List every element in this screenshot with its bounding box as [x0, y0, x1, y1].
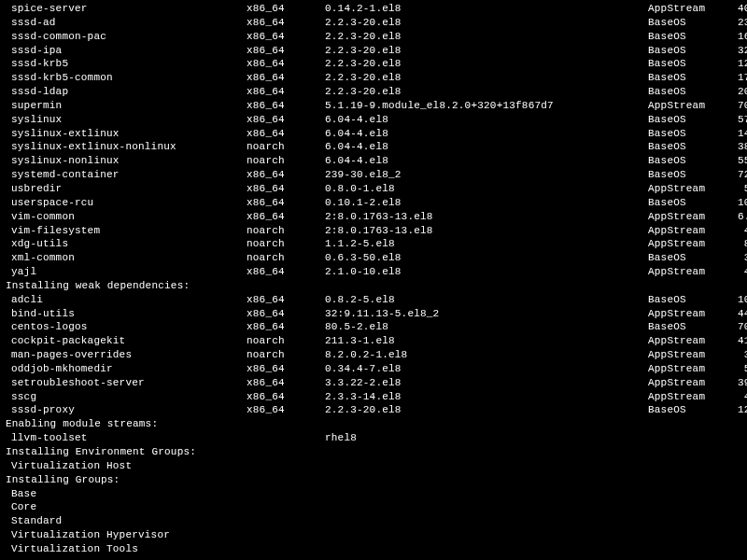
- package-arch: x86_64: [247, 265, 325, 279]
- package-repo: BaseOS: [648, 113, 723, 127]
- package-name: centos-logos: [6, 320, 247, 334]
- package-version: 0.14.2-1.el8: [325, 2, 648, 16]
- package-arch: x86_64: [247, 30, 325, 44]
- package-arch: x86_64: [247, 168, 325, 182]
- package-version: 2.2.3-20.el8: [325, 44, 648, 58]
- package-size: 129 k: [723, 57, 747, 71]
- package-version: 32:9.11.13-5.el8_2: [325, 307, 648, 321]
- package-version: 6.04-4.el8: [325, 154, 648, 168]
- package-size: 405 k: [723, 2, 747, 16]
- package-name: vim-filesystem: [6, 224, 247, 238]
- package-row: spice-serverx86_640.14.2-1.el8AppStream4…: [6, 2, 741, 16]
- package-repo: BaseOS: [648, 154, 723, 168]
- package-repo: BaseOS: [648, 57, 723, 71]
- package-name: systemd-container: [6, 168, 247, 182]
- package-row: xdg-utilsnoarch1.1.2-5.el8AppStream84 k: [6, 237, 741, 251]
- package-arch: noarch: [247, 237, 325, 251]
- package-size: 50 k: [723, 182, 747, 196]
- package-repo: AppStream: [648, 237, 723, 251]
- package-size: 39 k: [723, 251, 747, 265]
- blank-line: [6, 556, 741, 560]
- package-size: 41 k: [723, 265, 747, 279]
- section-weak-deps: Installing weak dependencies:: [6, 279, 741, 293]
- package-row: sssd-adx86_642.2.3-20.el8BaseOS235 k: [6, 16, 741, 30]
- package-arch: noarch: [247, 224, 325, 238]
- package-row: sscgx86_642.3.3-14.el8AppStream49 k: [6, 390, 741, 404]
- package-row: man-pages-overridesnoarch8.2.0.2-1.el8Ap…: [6, 348, 741, 362]
- package-size: 48 k: [723, 224, 747, 238]
- package-version: 239-30.el8_2: [325, 168, 648, 182]
- package-arch: x86_64: [247, 71, 325, 85]
- package-row: sssd-proxyx86_642.2.3-20.el8BaseOS129 k: [6, 403, 741, 417]
- package-name: userspace-rcu: [6, 196, 247, 210]
- group-item: Core: [6, 500, 741, 514]
- package-name: syslinux-nonlinux: [6, 154, 247, 168]
- package-repo: AppStream: [648, 2, 723, 16]
- section-module-streams: Enabling module streams:: [6, 417, 741, 431]
- package-size: 129 k: [723, 403, 747, 417]
- package-row: systemd-containerx86_64239-30.el8_2BaseO…: [6, 168, 741, 182]
- package-size: 84 k: [723, 237, 747, 251]
- package-repo: AppStream: [648, 182, 723, 196]
- package-repo: BaseOS: [648, 168, 723, 182]
- package-version: 3.3.22-2.el8: [325, 376, 648, 390]
- package-size: 52 k: [723, 362, 747, 376]
- package-arch: noarch: [247, 334, 325, 348]
- package-name: spice-server: [6, 2, 247, 16]
- package-size: 709 k: [723, 99, 747, 113]
- package-row: syslinuxx86_646.04-4.el8BaseOS579 k: [6, 113, 741, 127]
- package-row: vim-filesystemnoarch2:8.0.1763-13.el8App…: [6, 224, 741, 238]
- package-name: sssd-krb5-common: [6, 71, 247, 85]
- package-row: sssd-krb5x86_642.2.3-20.el8BaseOS129 k: [6, 57, 741, 71]
- package-arch: x86_64: [247, 2, 325, 16]
- package-row: vim-commonx86_642:8.0.1763-13.el8AppStre…: [6, 210, 741, 224]
- package-version: 211.3-1.el8: [325, 334, 648, 348]
- package-repo: BaseOS: [648, 251, 723, 265]
- package-name: sssd-common-pac: [6, 30, 247, 44]
- package-repo: AppStream: [648, 99, 723, 113]
- package-version: 0.8.2-5.el8: [325, 293, 648, 307]
- package-name: setroubleshoot-server: [6, 376, 247, 390]
- package-arch: x86_64: [247, 196, 325, 210]
- package-repo: BaseOS: [648, 16, 723, 30]
- module-version: rhel8: [325, 431, 648, 445]
- package-arch: x86_64: [247, 307, 325, 321]
- package-name: oddjob-mkhomedir: [6, 362, 247, 376]
- package-version: 0.34.4-7.el8: [325, 362, 648, 376]
- package-repo: BaseOS: [648, 196, 723, 210]
- package-version: 2.2.3-20.el8: [325, 85, 648, 99]
- package-size: 235 k: [723, 16, 747, 30]
- package-name: xdg-utils: [6, 237, 247, 251]
- package-arch: x86_64: [247, 99, 325, 113]
- package-row: usbredirx86_640.8.0-1.el8AppStream50 k: [6, 182, 741, 196]
- package-name: man-pages-overrides: [6, 348, 247, 362]
- package-version: 5.1.19-9.module_el8.2.0+320+13f867d7: [325, 99, 648, 113]
- section-env-groups: Installing Environment Groups:: [6, 445, 741, 459]
- package-arch: x86_64: [247, 210, 325, 224]
- package-row: setroubleshoot-serverx86_643.3.22-2.el8A…: [6, 376, 741, 390]
- package-size: 723 k: [723, 168, 747, 182]
- package-repo: AppStream: [648, 390, 723, 404]
- package-arch: noarch: [247, 154, 325, 168]
- package-arch: x86_64: [247, 362, 325, 376]
- terminal-output: spice-serverx86_640.14.2-1.el8AppStream4…: [6, 2, 741, 560]
- package-arch: x86_64: [247, 127, 325, 141]
- package-size: 398 k: [723, 376, 747, 390]
- package-name: xml-common: [6, 251, 247, 265]
- package-version: 2.2.3-20.el8: [325, 16, 648, 30]
- package-repo: AppStream: [648, 210, 723, 224]
- package-row: syslinux-nonlinuxnoarch6.04-4.el8BaseOS5…: [6, 154, 741, 168]
- group-item: Standard: [6, 514, 741, 528]
- package-arch: noarch: [247, 251, 325, 265]
- module-stream-row: llvm-toolsetrhel8: [6, 431, 741, 445]
- package-size: 579 k: [723, 113, 747, 127]
- package-row: sssd-common-pacx86_642.2.3-20.el8BaseOS1…: [6, 30, 741, 44]
- package-repo: BaseOS: [648, 403, 723, 417]
- package-name: sssd-ad: [6, 16, 247, 30]
- package-arch: x86_64: [247, 16, 325, 30]
- package-arch: x86_64: [247, 376, 325, 390]
- package-version: 0.6.3-50.el8: [325, 251, 648, 265]
- package-name: cockpit-packagekit: [6, 334, 247, 348]
- package-row: xml-commonnoarch0.6.3-50.el8BaseOS39 k: [6, 251, 741, 265]
- package-version: 2:8.0.1763-13.el8: [325, 210, 648, 224]
